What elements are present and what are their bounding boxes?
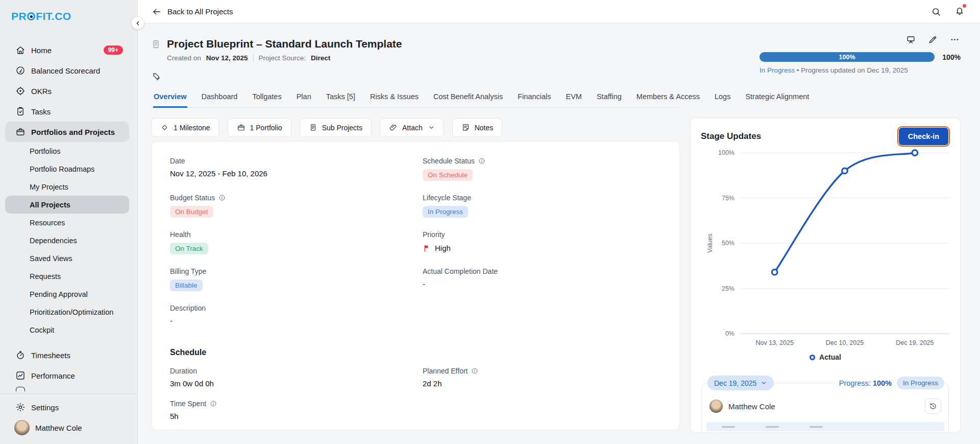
- sidebar-user[interactable]: Matthew Cole: [5, 417, 129, 438]
- sidebar-collapse-button[interactable]: [131, 16, 144, 30]
- overview-column: 1 Milestone1 PortfolioSub ProjectsAttach…: [151, 118, 680, 430]
- checkin-entry: Dec 19, 2025 Progress: 100% In Progress: [702, 383, 949, 433]
- sidebar-item-prioritization-optimization[interactable]: Prioritization/Optimization: [5, 303, 129, 321]
- notes-icon: [461, 123, 470, 132]
- sidebar-item-timesheets[interactable]: Timesheets: [5, 345, 129, 365]
- field-date: DateNov 12, 2025 - Feb 10, 2026: [170, 157, 423, 194]
- chart-legend: Actual: [701, 353, 950, 361]
- sidebar-item-resources[interactable]: Resources: [5, 214, 129, 231]
- stage-updates-title: Stage Updates: [701, 131, 761, 142]
- tab-strategic-alignment[interactable]: Strategic Alignment: [745, 91, 810, 108]
- svg-text:0%: 0%: [725, 330, 734, 337]
- field-description: Description-: [170, 304, 423, 341]
- sidebar-item-label: Balanced Scorecard: [31, 66, 100, 75]
- tab-plan[interactable]: Plan: [296, 91, 312, 108]
- tab-overview[interactable]: Overview: [153, 91, 187, 108]
- sub-projects-button[interactable]: Sub Projects: [300, 118, 372, 137]
- sidebar-item-performance[interactable]: Performance: [5, 365, 129, 386]
- chevron-down-icon: [761, 380, 767, 386]
- schedule-heading: Schedule: [170, 348, 661, 357]
- sidebar-item-label: Saved Views: [30, 254, 72, 263]
- field-value: 3m 0w 0d 0h: [170, 379, 423, 388]
- sidebar-item-portfolios[interactable]: Portfolios: [5, 142, 129, 160]
- project-status[interactable]: In Progress: [760, 66, 795, 74]
- info-icon[interactable]: [471, 367, 478, 375]
- sidebar-item-label: Cockpit: [30, 326, 54, 334]
- tab-members-access[interactable]: Members & Access: [636, 91, 700, 108]
- tab-evm[interactable]: EVM: [566, 91, 582, 108]
- field-lifecycle-stage: Lifecycle StageIn Progress: [423, 194, 661, 230]
- notifications-button[interactable]: [954, 6, 965, 18]
- edit-icon[interactable]: [928, 35, 938, 44]
- okr-target-icon: [15, 86, 26, 96]
- field-value: -: [170, 316, 423, 325]
- toolbar: 1 Milestone1 PortfolioSub ProjectsAttach…: [151, 118, 680, 137]
- sidebar-item-all-projects[interactable]: All Projects: [5, 196, 129, 214]
- search-icon[interactable]: [931, 7, 941, 17]
- tasks-icon: [15, 106, 26, 116]
- sidebar-item-balanced-scorecard[interactable]: Balanced Scorecard: [5, 60, 129, 81]
- svg-text:Nov 13, 2025: Nov 13, 2025: [755, 339, 793, 346]
- meta-separator: [253, 54, 254, 62]
- back-to-all-projects-link[interactable]: Back to All Projects: [152, 7, 233, 16]
- status-badge: On Track: [170, 243, 208, 254]
- source-value: Direct: [311, 54, 330, 62]
- sidebar-item-my-projects[interactable]: My Projects: [5, 178, 129, 196]
- sidebar-item-label: My Projects: [30, 183, 68, 191]
- 1-portfolio-button[interactable]: 1 Portfolio: [228, 118, 291, 137]
- field-label: Schedule Status: [423, 157, 661, 165]
- sidebar-item-dependencies[interactable]: Dependencies: [5, 231, 129, 249]
- history-icon: [929, 402, 937, 410]
- app-root: PR FIT.CO Home99+Balanced ScorecardOKRsT…: [0, 0, 980, 444]
- progress-percent: 100%: [942, 53, 961, 61]
- header-right: 100% 100% In Progress • Progress updated…: [760, 35, 961, 74]
- field-label: Actual Completion Date: [423, 267, 661, 275]
- tab-risks-issues[interactable]: Risks & Issues: [370, 91, 419, 108]
- field-priority: PriorityHigh: [423, 230, 661, 267]
- sidebar-item-portfolios-and-projects[interactable]: Portfolios and Projects: [5, 122, 129, 142]
- topbar: Back to All Projects: [138, 0, 980, 24]
- checkin-user-name: Matthew Cole: [728, 402, 775, 411]
- sidebar-item-settings[interactable]: Settings: [5, 397, 129, 417]
- status-badge: On Budget: [170, 206, 213, 218]
- sidebar-item-cockpit[interactable]: Cockpit: [5, 321, 129, 339]
- tab-staffing[interactable]: Staffing: [596, 91, 622, 108]
- info-icon[interactable]: [218, 194, 226, 201]
- sidebar-item-label: All Projects: [30, 201, 70, 209]
- sidebar-item-pending-approval[interactable]: Pending Approval: [5, 285, 129, 303]
- tab-tollgates[interactable]: Tollgates: [252, 91, 282, 108]
- tab-cost-benefit-analysis[interactable]: Cost Benefit Analysis: [433, 91, 503, 108]
- checkin-date-dropdown[interactable]: Dec 19, 2025: [707, 376, 774, 390]
- more-options-icon[interactable]: [950, 35, 960, 44]
- check-in-button[interactable]: Check-in: [899, 128, 948, 145]
- presentation-icon[interactable]: [906, 35, 916, 44]
- arrow-left-icon: [152, 7, 161, 16]
- sidebar-item-portfolio-roadmaps[interactable]: Portfolio Roadmaps: [5, 160, 129, 178]
- tab-dashboard[interactable]: Dashboard: [201, 91, 238, 108]
- sidebar-item-okrs[interactable]: OKRs: [5, 81, 129, 101]
- attach-button[interactable]: Attach: [380, 118, 444, 137]
- sidebar-nav: Home99+Balanced ScorecardOKRsTasksPortfo…: [0, 40, 137, 386]
- back-label: Back to All Projects: [167, 7, 233, 16]
- created-label: Created on: [167, 54, 201, 62]
- tab-tasks-5[interactable]: Tasks [5]: [326, 91, 356, 108]
- info-icon[interactable]: [478, 157, 485, 165]
- button-label: Sub Projects: [322, 124, 362, 132]
- info-icon[interactable]: [210, 400, 217, 407]
- legend-actual-marker: [810, 355, 815, 360]
- tab-financials[interactable]: Financials: [517, 91, 551, 108]
- status-badge: On Schedule: [423, 169, 473, 181]
- sidebar-item-requests[interactable]: Requests: [5, 267, 129, 285]
- sidebar-item-tasks[interactable]: Tasks: [5, 101, 129, 122]
- target-logo-icon: [27, 12, 35, 20]
- sidebar-item-home[interactable]: Home99+: [5, 40, 129, 60]
- notes-button[interactable]: Notes: [452, 118, 503, 137]
- tags-icon[interactable]: [152, 72, 161, 81]
- field-value: Nov 12, 2025 - Feb 10, 2026: [170, 169, 423, 178]
- brand-logo[interactable]: PR FIT.CO: [0, 0, 137, 22]
- tab-logs[interactable]: Logs: [714, 91, 731, 108]
- history-button[interactable]: [925, 399, 941, 414]
- field-label: Priority: [423, 230, 661, 239]
- 1-milestone-button[interactable]: 1 Milestone: [151, 118, 219, 137]
- sidebar-item-saved-views[interactable]: Saved Views: [5, 249, 129, 267]
